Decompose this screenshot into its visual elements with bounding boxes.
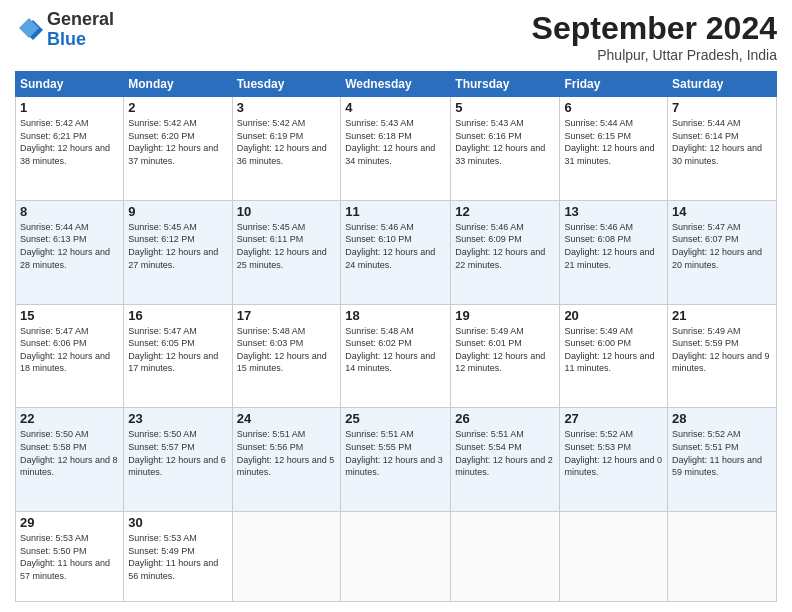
- day-number: 10: [237, 204, 337, 219]
- col-saturday: Saturday: [668, 72, 777, 97]
- col-wednesday: Wednesday: [341, 72, 451, 97]
- day-info: Sunrise: 5:43 AMSunset: 6:18 PMDaylight:…: [345, 117, 446, 167]
- day-number: 27: [564, 411, 663, 426]
- day-info: Sunrise: 5:48 AMSunset: 6:02 PMDaylight:…: [345, 325, 446, 375]
- day-info: Sunrise: 5:42 AMSunset: 6:20 PMDaylight:…: [128, 117, 227, 167]
- col-thursday: Thursday: [451, 72, 560, 97]
- day-info: Sunrise: 5:51 AMSunset: 5:55 PMDaylight:…: [345, 428, 446, 478]
- day-info: Sunrise: 5:46 AMSunset: 6:09 PMDaylight:…: [455, 221, 555, 271]
- day-number: 11: [345, 204, 446, 219]
- col-monday: Monday: [124, 72, 232, 97]
- day-number: 8: [20, 204, 119, 219]
- month-title: September 2024: [532, 10, 777, 47]
- col-sunday: Sunday: [16, 72, 124, 97]
- table-row: 13Sunrise: 5:46 AMSunset: 6:08 PMDayligh…: [560, 200, 668, 304]
- day-info: Sunrise: 5:43 AMSunset: 6:16 PMDaylight:…: [455, 117, 555, 167]
- table-row: 1Sunrise: 5:42 AMSunset: 6:21 PMDaylight…: [16, 97, 124, 201]
- day-info: Sunrise: 5:51 AMSunset: 5:54 PMDaylight:…: [455, 428, 555, 478]
- table-row: 11Sunrise: 5:46 AMSunset: 6:10 PMDayligh…: [341, 200, 451, 304]
- table-row: 22Sunrise: 5:50 AMSunset: 5:58 PMDayligh…: [16, 408, 124, 512]
- table-row: 3Sunrise: 5:42 AMSunset: 6:19 PMDaylight…: [232, 97, 341, 201]
- calendar-row: 15Sunrise: 5:47 AMSunset: 6:06 PMDayligh…: [16, 304, 777, 408]
- day-info: Sunrise: 5:42 AMSunset: 6:19 PMDaylight:…: [237, 117, 337, 167]
- day-number: 21: [672, 308, 772, 323]
- day-info: Sunrise: 5:50 AMSunset: 5:58 PMDaylight:…: [20, 428, 119, 478]
- table-row: 23Sunrise: 5:50 AMSunset: 5:57 PMDayligh…: [124, 408, 232, 512]
- header: General Blue September 2024 Phulpur, Utt…: [15, 10, 777, 63]
- day-info: Sunrise: 5:47 AMSunset: 6:06 PMDaylight:…: [20, 325, 119, 375]
- table-row: 19Sunrise: 5:49 AMSunset: 6:01 PMDayligh…: [451, 304, 560, 408]
- day-number: 30: [128, 515, 227, 530]
- table-row: 15Sunrise: 5:47 AMSunset: 6:06 PMDayligh…: [16, 304, 124, 408]
- day-number: 13: [564, 204, 663, 219]
- day-number: 5: [455, 100, 555, 115]
- day-info: Sunrise: 5:42 AMSunset: 6:21 PMDaylight:…: [20, 117, 119, 167]
- calendar-row: 1Sunrise: 5:42 AMSunset: 6:21 PMDaylight…: [16, 97, 777, 201]
- day-info: Sunrise: 5:47 AMSunset: 6:05 PMDaylight:…: [128, 325, 227, 375]
- day-info: Sunrise: 5:45 AMSunset: 6:11 PMDaylight:…: [237, 221, 337, 271]
- day-info: Sunrise: 5:48 AMSunset: 6:03 PMDaylight:…: [237, 325, 337, 375]
- day-info: Sunrise: 5:49 AMSunset: 5:59 PMDaylight:…: [672, 325, 772, 375]
- day-number: 19: [455, 308, 555, 323]
- table-row: [668, 512, 777, 602]
- day-number: 7: [672, 100, 772, 115]
- table-row: [232, 512, 341, 602]
- day-number: 12: [455, 204, 555, 219]
- table-row: 27Sunrise: 5:52 AMSunset: 5:53 PMDayligh…: [560, 408, 668, 512]
- day-number: 29: [20, 515, 119, 530]
- logo-blue: Blue: [47, 29, 86, 49]
- logo-general: General: [47, 9, 114, 29]
- table-row: [451, 512, 560, 602]
- calendar-row: 8Sunrise: 5:44 AMSunset: 6:13 PMDaylight…: [16, 200, 777, 304]
- day-info: Sunrise: 5:52 AMSunset: 5:53 PMDaylight:…: [564, 428, 663, 478]
- table-row: 25Sunrise: 5:51 AMSunset: 5:55 PMDayligh…: [341, 408, 451, 512]
- table-row: 9Sunrise: 5:45 AMSunset: 6:12 PMDaylight…: [124, 200, 232, 304]
- day-number: 25: [345, 411, 446, 426]
- table-row: 2Sunrise: 5:42 AMSunset: 6:20 PMDaylight…: [124, 97, 232, 201]
- table-row: 4Sunrise: 5:43 AMSunset: 6:18 PMDaylight…: [341, 97, 451, 201]
- day-info: Sunrise: 5:44 AMSunset: 6:15 PMDaylight:…: [564, 117, 663, 167]
- table-row: 14Sunrise: 5:47 AMSunset: 6:07 PMDayligh…: [668, 200, 777, 304]
- day-info: Sunrise: 5:50 AMSunset: 5:57 PMDaylight:…: [128, 428, 227, 478]
- table-row: [560, 512, 668, 602]
- col-friday: Friday: [560, 72, 668, 97]
- table-row: 20Sunrise: 5:49 AMSunset: 6:00 PMDayligh…: [560, 304, 668, 408]
- day-number: 3: [237, 100, 337, 115]
- day-info: Sunrise: 5:52 AMSunset: 5:51 PMDaylight:…: [672, 428, 772, 478]
- table-row: 12Sunrise: 5:46 AMSunset: 6:09 PMDayligh…: [451, 200, 560, 304]
- day-info: Sunrise: 5:47 AMSunset: 6:07 PMDaylight:…: [672, 221, 772, 271]
- day-number: 6: [564, 100, 663, 115]
- table-row: 24Sunrise: 5:51 AMSunset: 5:56 PMDayligh…: [232, 408, 341, 512]
- day-number: 20: [564, 308, 663, 323]
- day-number: 24: [237, 411, 337, 426]
- table-row: 29Sunrise: 5:53 AMSunset: 5:50 PMDayligh…: [16, 512, 124, 602]
- day-number: 18: [345, 308, 446, 323]
- col-tuesday: Tuesday: [232, 72, 341, 97]
- day-info: Sunrise: 5:53 AMSunset: 5:50 PMDaylight:…: [20, 532, 119, 582]
- table-row: 7Sunrise: 5:44 AMSunset: 6:14 PMDaylight…: [668, 97, 777, 201]
- day-number: 9: [128, 204, 227, 219]
- table-row: 6Sunrise: 5:44 AMSunset: 6:15 PMDaylight…: [560, 97, 668, 201]
- calendar-row: 22Sunrise: 5:50 AMSunset: 5:58 PMDayligh…: [16, 408, 777, 512]
- day-number: 28: [672, 411, 772, 426]
- day-number: 2: [128, 100, 227, 115]
- table-row: 16Sunrise: 5:47 AMSunset: 6:05 PMDayligh…: [124, 304, 232, 408]
- table-row: 5Sunrise: 5:43 AMSunset: 6:16 PMDaylight…: [451, 97, 560, 201]
- title-block: September 2024 Phulpur, Uttar Pradesh, I…: [532, 10, 777, 63]
- day-info: Sunrise: 5:49 AMSunset: 6:00 PMDaylight:…: [564, 325, 663, 375]
- day-info: Sunrise: 5:45 AMSunset: 6:12 PMDaylight:…: [128, 221, 227, 271]
- day-info: Sunrise: 5:53 AMSunset: 5:49 PMDaylight:…: [128, 532, 227, 582]
- day-number: 14: [672, 204, 772, 219]
- table-row: 8Sunrise: 5:44 AMSunset: 6:13 PMDaylight…: [16, 200, 124, 304]
- day-number: 23: [128, 411, 227, 426]
- table-row: 28Sunrise: 5:52 AMSunset: 5:51 PMDayligh…: [668, 408, 777, 512]
- header-row: Sunday Monday Tuesday Wednesday Thursday…: [16, 72, 777, 97]
- table-row: [341, 512, 451, 602]
- day-number: 17: [237, 308, 337, 323]
- calendar-row: 29Sunrise: 5:53 AMSunset: 5:50 PMDayligh…: [16, 512, 777, 602]
- logo-icon: [15, 16, 43, 44]
- table-row: 21Sunrise: 5:49 AMSunset: 5:59 PMDayligh…: [668, 304, 777, 408]
- table-row: 18Sunrise: 5:48 AMSunset: 6:02 PMDayligh…: [341, 304, 451, 408]
- day-number: 16: [128, 308, 227, 323]
- day-info: Sunrise: 5:51 AMSunset: 5:56 PMDaylight:…: [237, 428, 337, 478]
